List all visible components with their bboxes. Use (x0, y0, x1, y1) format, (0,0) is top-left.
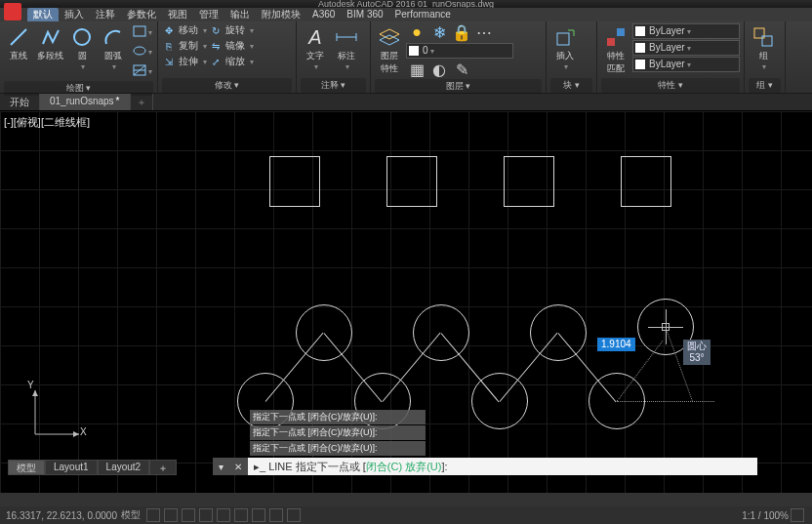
doc-tab-new[interactable]: ＋ (131, 94, 153, 110)
doc-tab-file[interactable]: 01_runOsnaps* (40, 94, 131, 110)
tab-layout2[interactable]: Layout2 (98, 460, 150, 475)
panel-group-label[interactable]: 组 ▾ (749, 78, 781, 93)
cmd-ellipse[interactable] (132, 43, 153, 60)
status-polar-icon[interactable] (199, 508, 213, 522)
status-grid-icon[interactable] (146, 508, 160, 522)
arc-icon (101, 24, 126, 50)
layer-lock-icon[interactable]: 🔒 (451, 23, 472, 41)
status-transparency-icon[interactable] (287, 508, 301, 522)
layer-off-icon[interactable]: ◐ (428, 60, 450, 78)
menu-tab-annotate[interactable]: 注释 (90, 8, 121, 21)
document-tabs: 开始 01_runOsnaps* ＋ (0, 94, 812, 111)
layer-combo[interactable]: 0 (406, 43, 513, 59)
rect-object[interactable] (386, 156, 437, 207)
status-ortho-icon[interactable] (182, 508, 195, 522)
cmdline-toggle-icon[interactable]: ▾ (219, 462, 223, 472)
status-dyn-icon[interactable] (252, 508, 265, 522)
status-model[interactable]: 模型 (121, 508, 141, 522)
dimension-icon (334, 24, 359, 50)
menu-tab-parametric[interactable]: 参数化 (121, 8, 162, 21)
command-line[interactable]: ▾✕ ▸_ LINE 指定下一点或 [闭合(C) 放弃(U)]: (213, 458, 757, 475)
menu-tab-addins[interactable]: 附加模块 (256, 8, 306, 21)
cmd-stretch[interactable]: ⇲拉伸 (162, 55, 207, 68)
line-icon (6, 24, 31, 50)
menu-tab-default[interactable]: 默认 (27, 8, 59, 21)
cmd-option[interactable]: 放弃(U) (405, 461, 441, 472)
cmd-dim[interactable]: 标注 (332, 23, 361, 72)
menu-tab-a360[interactable]: A360 (306, 8, 341, 21)
svg-rect-13 (607, 38, 615, 46)
match-props-icon (603, 24, 629, 50)
cmd-insert[interactable]: 插入 (550, 23, 580, 72)
ribbon: 直线 多段线 圆 圆弧 绘图 ▾ ✥移动 ⎘复制 ⇲拉伸 ↻旋转 ⇋镜像 ⤢缩放… (0, 21, 812, 94)
cmd-text[interactable]: A文字 (301, 23, 330, 72)
cmd-stretch-label: 拉伸 (179, 55, 198, 68)
cmd-rotate-label: 旋转 (225, 23, 245, 37)
panel-annotate-label[interactable]: 注释 ▾ (301, 78, 366, 93)
cmd-mirror[interactable]: ⇋镜像 (209, 39, 254, 53)
status-lwt-icon[interactable] (269, 508, 283, 522)
cmd-layer-props[interactable]: 图层 特性 (375, 23, 404, 76)
menu-tab-bim360[interactable]: BIM 360 (341, 8, 388, 21)
drawing-canvas[interactable]: [-][俯视][二维线框] 1.9104 圆心 53° X Y 指定下一点或 [… (0, 111, 812, 493)
cmd-line[interactable]: 直线 (4, 23, 33, 63)
status-zoom[interactable]: 1:1 / 100% (742, 510, 789, 521)
cmd-move[interactable]: ✥移动 (162, 23, 207, 37)
panel-annotate: A文字 标注 注释 ▾ (297, 21, 371, 93)
tab-add-layout[interactable]: ＋ (149, 460, 177, 475)
command-text: ▸_ LINE 指定下一点或 [闭合(C) 放弃(U)]: (248, 460, 757, 474)
distance-input[interactable]: 1.9104 (597, 338, 635, 351)
menu-tab-output[interactable]: 输出 (224, 8, 256, 21)
tab-layout1[interactable]: Layout1 (45, 460, 98, 475)
cmd-option[interactable]: 闭合(C) (366, 461, 402, 472)
stretch-icon: ⇲ (162, 55, 176, 68)
layer-iso-icon[interactable]: ▦ (406, 60, 427, 78)
menu-tab-insert[interactable]: 插入 (59, 8, 90, 21)
panel-modify-label[interactable]: 修改 ▾ (162, 78, 292, 93)
svg-marker-19 (73, 431, 79, 437)
cmdline-close-icon[interactable]: ✕ (234, 462, 242, 472)
rect-object[interactable] (621, 156, 671, 207)
panel-draw: 直线 多段线 圆 圆弧 绘图 ▾ (0, 21, 158, 93)
cmd-insert-label: 插入 (556, 50, 574, 62)
status-osnap-icon[interactable] (217, 508, 230, 522)
cmd-rectangle[interactable] (132, 23, 153, 41)
menu-tab-view[interactable]: 视图 (162, 8, 193, 21)
cmdline-controls[interactable]: ▾✕ (213, 458, 248, 475)
panel-layer-label[interactable]: 图层 ▾ (375, 79, 542, 94)
layer-freeze-icon[interactable]: ❄ (428, 23, 450, 41)
cmd-match-props[interactable]: 特性 匹配 (601, 23, 630, 76)
cmd-polyline[interactable]: 多段线 (35, 23, 65, 63)
cmd-copy[interactable]: ⎘复制 (162, 39, 207, 53)
status-coordinates: 16.3317, 22.6213, 0.0000 (6, 510, 117, 521)
svg-rect-2 (134, 26, 145, 36)
lineweight-combo[interactable]: ByLayer (632, 40, 740, 56)
status-snap-icon[interactable] (164, 508, 178, 522)
cmd-scale[interactable]: ⤢缩放 (209, 55, 254, 68)
cmd-circle[interactable]: 圆 (67, 23, 97, 72)
status-otrack-icon[interactable] (234, 508, 248, 522)
panel-block-label[interactable]: 块 ▾ (550, 78, 592, 93)
menu-tab-manage[interactable]: 管理 (193, 8, 224, 21)
cmd-circle-label: 圆 (78, 50, 87, 62)
cmd-arc[interactable]: 圆弧 (99, 23, 128, 72)
layer-more-icon[interactable]: ⋯ (473, 23, 495, 41)
panel-block: 插入 块 ▾ (547, 21, 597, 93)
cmd-hatch[interactable] (132, 62, 153, 80)
status-gear-icon[interactable] (791, 508, 804, 522)
cmd-rotate[interactable]: ↻旋转 (209, 23, 254, 37)
color-combo[interactable]: ByLayer (632, 23, 740, 39)
rect-object[interactable] (269, 156, 320, 207)
panel-properties-label[interactable]: 特性 ▾ (601, 78, 740, 93)
layer-lightbulb-icon[interactable]: ● (406, 23, 427, 41)
tab-model[interactable]: 模型 (8, 460, 45, 475)
command-history: 指定下一点或 [闭合(C)/放弃(U)]: 指定下一点或 [闭合(C)/放弃(U… (250, 409, 426, 456)
menu-tab-performance[interactable]: Performance (389, 8, 457, 21)
layer-match-icon[interactable]: ✎ (451, 60, 472, 78)
viewport-label[interactable]: [-][俯视][二维线框] (4, 115, 90, 130)
modified-indicator: * (116, 96, 120, 106)
doc-tab-start[interactable]: 开始 (0, 94, 40, 110)
rect-object[interactable] (504, 156, 554, 207)
linetype-combo[interactable]: ByLayer (632, 57, 740, 72)
cmd-group[interactable]: 组 (749, 23, 778, 72)
